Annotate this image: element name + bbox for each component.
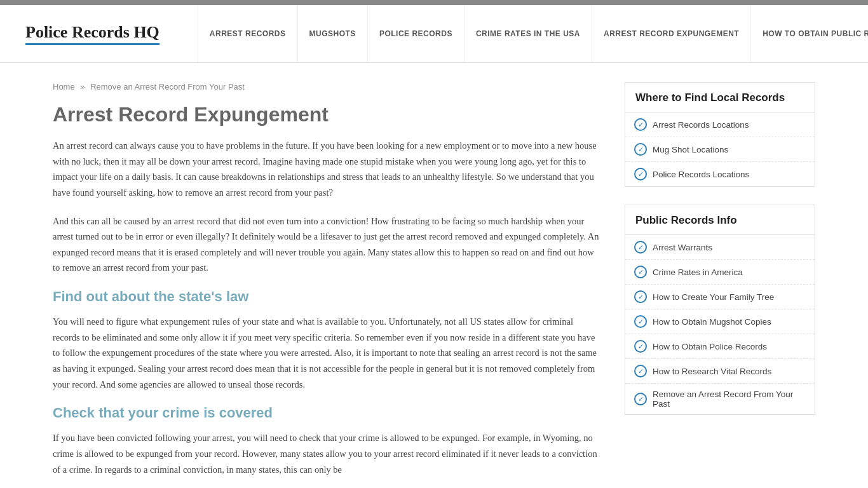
article-paragraph-1: An arrest record can always cause you to… bbox=[53, 138, 599, 201]
section-1-paragraph: You will need to figure what expungement… bbox=[53, 314, 599, 392]
nav-arrest-records[interactable]: ARREST RECORDS bbox=[198, 5, 298, 62]
breadcrumb-current: Remove an Arrest Record From Your Past bbox=[90, 82, 245, 92]
check-icon: ✓ bbox=[634, 143, 647, 156]
section-heading-1: Find out about the state's law bbox=[53, 288, 599, 305]
local-records-title: Where to Find Local Records bbox=[625, 83, 815, 112]
check-icon: ✓ bbox=[634, 315, 647, 328]
public-records-title: Public Records Info bbox=[625, 205, 815, 235]
public-records-box: Public Records Info ✓ Arrest Warrants ✓ … bbox=[625, 205, 815, 415]
sidebar: Where to Find Local Records ✓ Arrest Rec… bbox=[625, 82, 815, 488]
nav-public-records[interactable]: HOW TO OBTAIN PUBLIC RECORDS bbox=[751, 5, 868, 62]
check-icon: ✓ bbox=[634, 241, 647, 254]
article-body: An arrest record can always cause you to… bbox=[53, 138, 599, 477]
list-item: ✓ How to Create Your Family Tree bbox=[625, 285, 815, 309]
main-content: Home » Remove an Arrest Record From Your… bbox=[53, 82, 599, 488]
nav-crime-rates[interactable]: CRIME RATES IN THE USA bbox=[465, 5, 592, 62]
top-bar bbox=[0, 0, 868, 5]
check-icon: ✓ bbox=[634, 290, 647, 303]
section-2-paragraph: If you have been convicted following you… bbox=[53, 430, 599, 477]
nav-expungement[interactable]: ARREST RECORD EXPUNGEMENT bbox=[592, 5, 751, 62]
public-records-link-6[interactable]: Remove an Arrest Record From Your Past bbox=[653, 390, 806, 409]
article-paragraph-2: And this can all be caused by an arrest … bbox=[53, 214, 599, 276]
check-icon: ✓ bbox=[634, 118, 647, 131]
check-icon: ✓ bbox=[634, 340, 647, 353]
header: Police Records HQ ARREST RECORDS MUGSHOT… bbox=[0, 5, 868, 63]
site-logo[interactable]: Police Records HQ bbox=[25, 23, 159, 45]
public-records-link-4[interactable]: How to Obtain Police Records bbox=[653, 342, 767, 351]
local-records-list: ✓ Arrest Records Locations ✓ Mug Shot Lo… bbox=[625, 112, 815, 186]
list-item: ✓ Crime Rates in America bbox=[625, 260, 815, 285]
breadcrumb-home[interactable]: Home bbox=[53, 82, 75, 92]
breadcrumb-separator: » bbox=[80, 82, 85, 92]
list-item: ✓ Mug Shot Locations bbox=[625, 137, 815, 162]
list-item: ✓ Police Records Locations bbox=[625, 162, 815, 186]
list-item: ✓ Arrest Warrants bbox=[625, 235, 815, 260]
local-records-link-0[interactable]: Arrest Records Locations bbox=[653, 120, 749, 130]
public-records-link-3[interactable]: How to Obtain Mugshot Copies bbox=[653, 317, 771, 327]
nav-mugshots[interactable]: MUGSHOTS bbox=[298, 5, 368, 62]
nav-police-records[interactable]: POLICE RECORDS bbox=[368, 5, 465, 62]
main-nav: ARREST RECORDS MUGSHOTS POLICE RECORDS C… bbox=[198, 5, 868, 62]
list-item: ✓ How to Obtain Mugshot Copies bbox=[625, 309, 815, 334]
list-item: ✓ Arrest Records Locations bbox=[625, 112, 815, 137]
list-item: ✓ Remove an Arrest Record From Your Past bbox=[625, 384, 815, 414]
local-records-link-2[interactable]: Police Records Locations bbox=[653, 170, 749, 179]
public-records-link-0[interactable]: Arrest Warrants bbox=[653, 243, 712, 252]
public-records-link-5[interactable]: How to Research Vital Records bbox=[653, 367, 771, 376]
page-title: Arrest Record Expungement bbox=[53, 103, 599, 126]
check-icon: ✓ bbox=[634, 365, 647, 377]
check-icon: ✓ bbox=[634, 266, 647, 278]
list-item: ✓ How to Research Vital Records bbox=[625, 359, 815, 384]
breadcrumb: Home » Remove an Arrest Record From Your… bbox=[53, 82, 599, 92]
public-records-list: ✓ Arrest Warrants ✓ Crime Rates in Ameri… bbox=[625, 235, 815, 414]
check-icon: ✓ bbox=[634, 393, 647, 405]
local-records-link-1[interactable]: Mug Shot Locations bbox=[653, 145, 728, 154]
check-icon: ✓ bbox=[634, 168, 647, 180]
local-records-box: Where to Find Local Records ✓ Arrest Rec… bbox=[625, 82, 815, 187]
public-records-link-1[interactable]: Crime Rates in America bbox=[653, 268, 743, 277]
page-wrap: Home » Remove an Arrest Record From Your… bbox=[27, 63, 841, 488]
public-records-link-2[interactable]: How to Create Your Family Tree bbox=[653, 292, 774, 302]
section-heading-2: Check that your crime is covered bbox=[53, 405, 599, 421]
list-item: ✓ How to Obtain Police Records bbox=[625, 334, 815, 359]
